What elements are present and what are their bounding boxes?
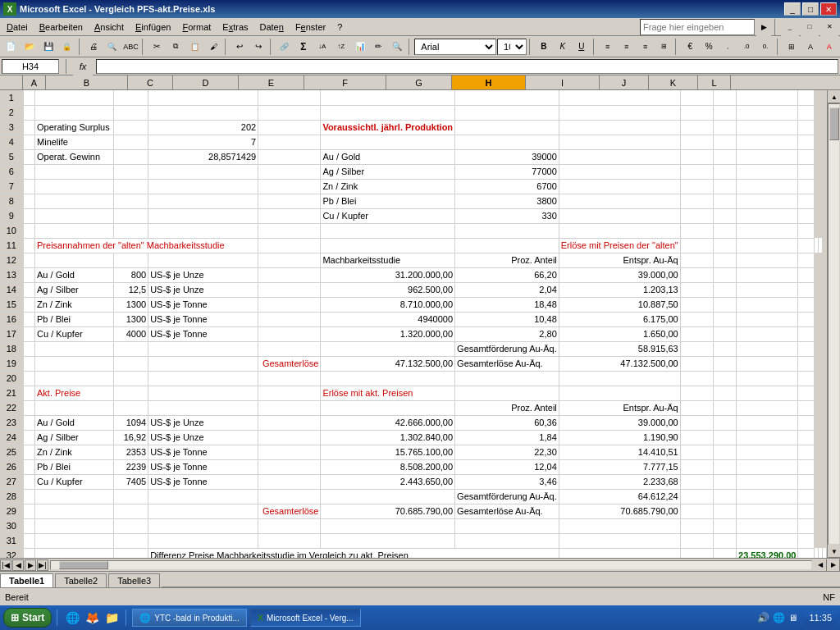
cell-I19[interactable] xyxy=(680,356,714,371)
cell-F10[interactable] xyxy=(321,223,455,238)
cell-L25[interactable] xyxy=(798,445,815,459)
preview-button[interactable]: 🔍 xyxy=(103,38,121,56)
row-number[interactable]: 25 xyxy=(0,445,23,459)
cell-J26[interactable] xyxy=(714,459,737,474)
cell-C14[interactable]: 12,5 xyxy=(114,282,148,297)
cell-I29[interactable] xyxy=(680,504,714,518)
bold-button[interactable]: B xyxy=(535,38,553,56)
cell-J11[interactable] xyxy=(798,238,815,253)
maximize-button[interactable]: □ xyxy=(802,2,819,16)
cell-K26[interactable] xyxy=(737,459,798,474)
align-left-button[interactable]: ≡ xyxy=(599,38,617,56)
cell-I7[interactable] xyxy=(680,179,714,194)
cell-F22[interactable] xyxy=(321,400,455,415)
cell-B18[interactable] xyxy=(35,341,114,356)
cell-G9[interactable]: 330 xyxy=(455,208,559,223)
row-number[interactable]: 14 xyxy=(0,282,23,297)
cell-I6[interactable] xyxy=(680,164,714,179)
cell-B3[interactable]: Operating Surplus xyxy=(35,120,114,135)
redo-button[interactable]: ↪ xyxy=(249,38,267,56)
cell-G2[interactable] xyxy=(455,105,559,120)
vertical-scrollbar[interactable]: ▲ ▼ xyxy=(827,90,840,558)
thousands-button[interactable]: , xyxy=(719,38,737,56)
row-number[interactable]: 27 xyxy=(0,474,23,489)
cell-J7[interactable] xyxy=(714,179,737,194)
cell-B15[interactable]: Zn / Zink xyxy=(35,297,114,312)
cell-E24[interactable] xyxy=(258,430,321,445)
taskbar-item-excel[interactable]: X Microsoft Excel - Verg... xyxy=(250,609,361,627)
cell-E18[interactable] xyxy=(258,341,321,356)
cell-K6[interactable] xyxy=(737,164,798,179)
cell-C1[interactable] xyxy=(114,90,148,105)
cell-L24[interactable] xyxy=(798,430,815,445)
cell-B23[interactable]: Au / Gold xyxy=(35,415,114,430)
cell-F7[interactable]: Zn / Zink xyxy=(321,179,455,194)
cell-A2[interactable] xyxy=(23,105,35,120)
cell-L14[interactable] xyxy=(798,282,815,297)
cell-L18[interactable] xyxy=(798,341,815,356)
cell-K1[interactable] xyxy=(737,90,798,105)
cell-D9[interactable] xyxy=(148,208,258,223)
cell-F31[interactable] xyxy=(321,533,455,548)
autosum-button[interactable]: Σ xyxy=(294,38,313,56)
cell-K24[interactable] xyxy=(737,430,798,445)
row-number[interactable]: 11 xyxy=(0,238,23,253)
cell-K27[interactable] xyxy=(737,474,798,489)
row-number[interactable]: 1 xyxy=(0,90,23,105)
chart-button[interactable]: 📊 xyxy=(351,38,369,56)
cell-B9[interactable] xyxy=(35,208,114,223)
cell-L7[interactable] xyxy=(798,179,815,194)
cell-D3[interactable]: 202 xyxy=(148,120,258,135)
cell-A1[interactable] xyxy=(23,90,35,105)
cell-F23[interactable]: 42.666.000,00 xyxy=(321,415,455,430)
cell-H11[interactable] xyxy=(714,238,737,253)
cell-D17[interactable]: US-$ je Tonne xyxy=(148,326,258,341)
cell-E17[interactable] xyxy=(258,326,321,341)
cell-J6[interactable] xyxy=(714,164,737,179)
cell-E5[interactable] xyxy=(258,149,321,164)
cell-H5[interactable] xyxy=(559,149,680,164)
cell-E15[interactable] xyxy=(258,297,321,312)
cell-H10[interactable] xyxy=(559,223,680,238)
cell-G7[interactable]: 6700 xyxy=(455,179,559,194)
cell-F16[interactable]: 4940000 xyxy=(321,312,455,326)
cell-L20[interactable] xyxy=(798,371,815,386)
cell-D1[interactable] xyxy=(148,90,258,105)
cell-I5[interactable] xyxy=(680,149,714,164)
cell-E21[interactable] xyxy=(258,386,321,400)
cell-D6[interactable] xyxy=(148,164,258,179)
merge-button[interactable]: ⊞ xyxy=(655,38,673,56)
cell-A4[interactable] xyxy=(23,135,35,149)
cell-J2[interactable] xyxy=(714,105,737,120)
scroll-up-button[interactable]: ▲ xyxy=(828,90,840,103)
currency-button[interactable]: € xyxy=(681,38,699,56)
cell-H15[interactable]: 10.887,50 xyxy=(559,297,680,312)
cell-A13[interactable] xyxy=(23,267,35,282)
window-controls-2[interactable]: □ xyxy=(801,18,819,36)
cell-E20[interactable] xyxy=(258,371,321,386)
cell-F21[interactable]: Erlöse mit akt. Preisen xyxy=(321,386,455,400)
scroll-left-button[interactable]: ◀ xyxy=(814,559,827,572)
cell-H1[interactable] xyxy=(559,90,680,105)
cut-button[interactable]: ✂ xyxy=(148,38,166,56)
row-number[interactable]: 24 xyxy=(0,430,23,445)
cell-K9[interactable] xyxy=(737,208,798,223)
formula-input[interactable] xyxy=(96,59,838,74)
col-header-j[interactable]: J xyxy=(600,75,649,89)
cell-J25[interactable] xyxy=(714,445,737,459)
new-button[interactable]: 📄 xyxy=(2,38,20,56)
hyperlink-button[interactable]: 🔗 xyxy=(276,38,294,56)
cell-C22[interactable] xyxy=(114,400,148,415)
cell-F15[interactable]: 8.710.000,00 xyxy=(321,297,455,312)
cell-J1[interactable] xyxy=(714,90,737,105)
row-number[interactable]: 7 xyxy=(0,179,23,194)
cell-H4[interactable] xyxy=(559,135,680,149)
cell-C2[interactable] xyxy=(114,105,148,120)
cell-H21[interactable] xyxy=(559,386,680,400)
cell-A31[interactable] xyxy=(23,533,35,548)
cell-B32[interactable] xyxy=(35,548,114,558)
cell-H23[interactable]: 39.000,00 xyxy=(559,415,680,430)
cell-B12[interactable] xyxy=(35,253,114,267)
cell-E27[interactable] xyxy=(258,474,321,489)
row-number[interactable]: 2 xyxy=(0,105,23,120)
